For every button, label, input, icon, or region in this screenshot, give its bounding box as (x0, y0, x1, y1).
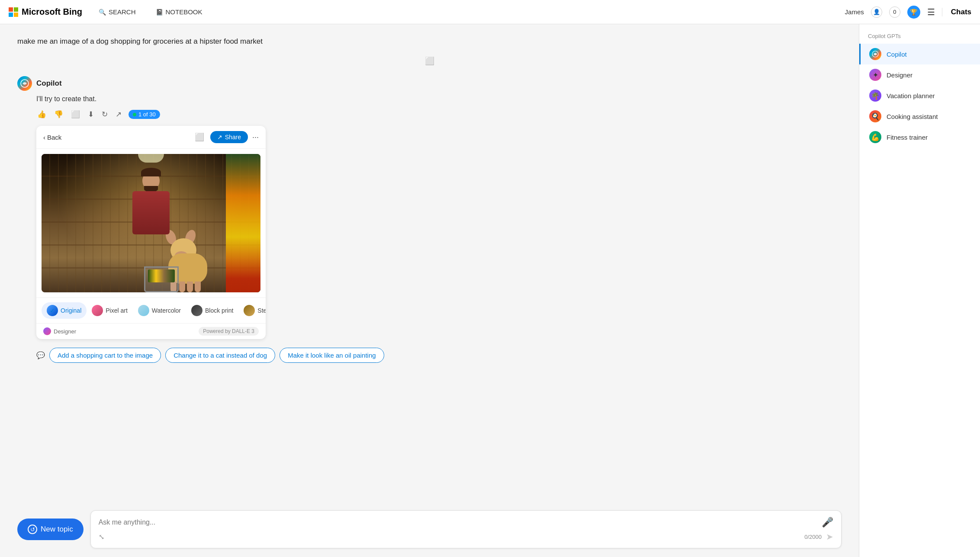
share-button[interactable]: ↗ Share (210, 131, 248, 143)
new-topic-button[interactable]: ↺ New topic (17, 519, 84, 540)
gpt-item-designer[interactable]: ✦ Designer (859, 64, 980, 85)
thumbs-down-button[interactable]: 👎 (53, 109, 64, 120)
style-block-print[interactable]: Block print (186, 302, 238, 319)
style-pixel-label: Pixel art (106, 307, 128, 314)
fitness-gpt-icon: 💪 (869, 131, 881, 143)
new-topic-icon: ↺ (28, 525, 37, 534)
input-area: ↺ New topic 🎤 ⤡ 0/2000 ➤ (17, 506, 842, 548)
copilot-response: Copilot I'll try to create that. 👍 👎 ⬜ ⬇… (17, 76, 842, 370)
share-label: Share (225, 134, 241, 141)
more-options-button[interactable]: ··· (252, 133, 259, 142)
back-chevron-icon: ‹ (43, 134, 45, 141)
copilot-avatar (17, 76, 32, 91)
search-nav-icon: 🔍 (99, 9, 106, 16)
suggestion-cart-text: Add a shopping cart to the image (58, 352, 153, 359)
share-action-button[interactable]: ↗ (115, 109, 122, 120)
send-button[interactable]: ➤ (826, 531, 833, 542)
style-original[interactable]: ✓ Original (42, 302, 87, 319)
copilot-gpt-icon (869, 48, 881, 60)
ms-logo-icon (9, 7, 18, 17)
gpt-item-cooking[interactable]: 🍳 Cooking assistant (859, 106, 980, 127)
nav-notebook-item[interactable]: 📓 NOTEBOOK (152, 6, 206, 17)
designer-icon (43, 327, 51, 335)
suggestion-question-icon: 💬 (36, 351, 45, 359)
suggestion-cart-button[interactable]: Add a shopping cart to the image (49, 348, 161, 363)
gpt-item-vacation[interactable]: 🌴 Vacation planner (859, 85, 980, 106)
person-head (142, 171, 160, 190)
style-thumb-original: ✓ (47, 305, 58, 316)
gpt-vacation-label: Vacation planner (887, 92, 935, 99)
chats-title: Chats (942, 8, 971, 16)
style-thumb-pixel (92, 305, 103, 316)
user-message: make me an image of a dog shopping for g… (17, 37, 263, 46)
input-footer: ⤡ 0/2000 ➤ (99, 531, 833, 542)
right-panel: Copilot GPTs Copilot ✦ Designer 🌴 Vacati… (859, 24, 980, 557)
style-steampunk-label: Steampunk (257, 307, 266, 314)
gpt-designer-label: Designer (887, 71, 913, 79)
nav-notebook-label: NOTEBOOK (166, 8, 202, 16)
chat-input[interactable] (99, 519, 817, 526)
copy-message-button[interactable]: ⬜ (17, 54, 842, 67)
shopper-figure (108, 171, 194, 292)
suggestion-oil-text: Make it look like an oil painting (288, 352, 376, 359)
suggestions-row: 💬 Add a shopping cart to the image Chang… (36, 348, 842, 363)
style-blockprint-label: Block print (205, 307, 233, 314)
designer-label-text: Designer (54, 328, 76, 335)
person-hair (141, 168, 161, 176)
suggestion-oil-button[interactable]: Make it look like an oil painting (280, 348, 384, 363)
logo-text: Microsoft Bing (22, 7, 82, 17)
thumbs-up-button[interactable]: 👍 (36, 109, 47, 120)
vacation-gpt-icon: 🌴 (869, 90, 881, 102)
new-topic-label: New topic (41, 525, 73, 534)
style-watercolor-label: Watercolor (152, 307, 181, 314)
download-button[interactable]: ⬇ (87, 109, 95, 120)
user-avatar-icon[interactable]: 👤 (871, 6, 882, 18)
copilot-header: Copilot (17, 76, 842, 91)
copy-response-button[interactable]: ⬜ (70, 109, 81, 120)
input-box: 🎤 ⤡ 0/2000 ➤ (90, 510, 842, 548)
mic-button[interactable]: 🎤 (822, 517, 833, 528)
menu-icon[interactable]: ☰ (927, 7, 935, 17)
expand-input-button[interactable]: ⤡ (99, 533, 104, 541)
count-text: 1 of 30 (138, 111, 156, 118)
card-footer: Designer Powered by DALL-E 3 (36, 323, 266, 339)
main-layout: make me an image of a dog shopping for g… (0, 24, 980, 557)
gpt-copilot-label: Copilot (887, 51, 907, 58)
style-pixel-art[interactable]: Pixel art (87, 302, 133, 319)
person-body (136, 191, 166, 234)
nav-search-item[interactable]: 🔍 SEARCH (95, 6, 139, 17)
suggestion-cat-button[interactable]: Change it to a cat instead of dog (165, 348, 275, 363)
style-watercolor[interactable]: Watercolor (133, 302, 186, 319)
reward-icon: 🏆 (907, 6, 920, 19)
generated-image[interactable] (42, 154, 260, 292)
copilot-name-label: Copilot (36, 79, 62, 88)
nav-search-label: SEARCH (109, 8, 136, 16)
gpt-item-fitness[interactable]: 💪 Fitness trainer (859, 127, 980, 147)
input-row: 🎤 (99, 517, 833, 528)
panel-section-label: Copilot GPTs (859, 33, 980, 39)
style-bar: ✓ Original Pixel art Watercolor Bl (36, 298, 266, 323)
shopping-cart (144, 266, 179, 292)
image-card-header: ‹ Back ⬜ ↗ Share ··· (36, 126, 266, 149)
suggestion-cat-text: Change it to a cat instead of dog (174, 352, 267, 359)
gpt-cooking-label: Cooking assistant (887, 113, 938, 120)
back-label: Back (47, 134, 61, 141)
style-original-label: Original (61, 307, 81, 314)
card-header-right: ⬜ ↗ Share ··· (193, 131, 259, 143)
style-thumb-steampunk (244, 305, 255, 316)
style-steampunk[interactable]: Steampunk (238, 302, 266, 319)
style-thumb-blockprint (191, 305, 202, 316)
gpt-item-copilot[interactable]: Copilot (859, 44, 980, 64)
back-button[interactable]: ‹ Back (43, 134, 61, 141)
count-dot (133, 113, 136, 116)
regenerate-button[interactable]: ↻ (101, 109, 109, 120)
designer-credit: Designer (43, 327, 76, 335)
badge-count: 0 (889, 6, 900, 18)
chat-area: make me an image of a dog shopping for g… (0, 24, 859, 557)
produce-shelf (226, 154, 260, 292)
designer-gpt-icon: ✦ (869, 69, 881, 81)
user-name: James (845, 8, 864, 16)
dog-leg-4 (195, 282, 201, 292)
maximize-button[interactable]: ⬜ (193, 131, 206, 143)
powered-by-label: Powered by DALL-E 3 (199, 327, 259, 336)
